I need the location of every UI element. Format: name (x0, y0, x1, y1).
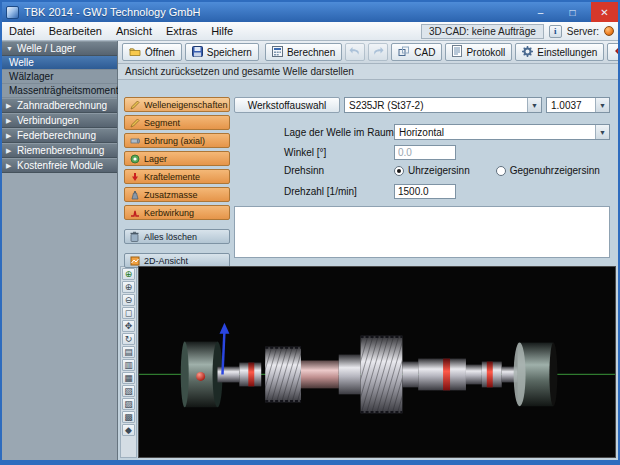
server-label: Server: (567, 26, 599, 37)
material-row: Werkstoffauswahl S235JR (St37-2) ▼ 1.003… (234, 97, 610, 113)
maximize-button[interactable]: □ (559, 2, 586, 22)
sidebar-item-massentraegheitsmoment[interactable]: Massenträgheitsmoment (2, 84, 117, 98)
undo-button[interactable] (345, 43, 365, 61)
server-status-icon (604, 26, 614, 36)
document-icon (452, 45, 462, 59)
position-select[interactable]: Horizontal ▼ (394, 124, 610, 140)
chevron-down-icon: ▼ (595, 98, 609, 112)
close-button[interactable]: ✕ (591, 2, 618, 22)
pencil-icon (129, 100, 140, 110)
lager-button[interactable]: Lager (124, 151, 230, 166)
sidebar-item-waelzlager[interactable]: Wälzlager (2, 70, 117, 84)
zoom-fit-icon[interactable]: ⊕ (122, 268, 135, 280)
menu-extras[interactable]: Extras (159, 24, 204, 38)
help-diamond-icon (614, 45, 620, 59)
werkstoffauswahl-button[interactable]: Werkstoffauswahl (234, 97, 340, 113)
chevron-right-icon: ▶ (6, 162, 13, 170)
angle-row: Winkel [°] (284, 145, 610, 160)
floppy-disk-icon (192, 46, 203, 59)
menu-bearbeiten[interactable]: Bearbeiten (42, 24, 109, 38)
sidebar-section-kostenfreie-module[interactable]: ▶ Kostenfreie Module (2, 158, 117, 173)
kraftelemente-button[interactable]: Kraftelemente (124, 169, 230, 184)
tools-column: Welleneigenschaften Segment Bohrung (axi… (124, 97, 230, 268)
rotation-label: Drehsinn (284, 165, 394, 176)
welleneigenschaften-button[interactable]: Welleneigenschaften (124, 97, 230, 112)
view-bottom-icon[interactable]: ▩ (122, 411, 135, 423)
force-arrow-icon (129, 172, 140, 182)
radio-uhrzeigersinn[interactable]: Uhrzeigersinn (394, 165, 470, 176)
app-window: TBK 2014 - GWJ Technology GmbH – □ ✕ Dat… (0, 0, 620, 465)
pencil-icon (129, 118, 140, 128)
menu-hilfe[interactable]: Hilfe (204, 24, 240, 38)
window-body: ▼ Welle / Lager Welle Wälzlager Massentr… (2, 41, 618, 460)
gear-icon (522, 46, 533, 59)
comment-box[interactable] (234, 206, 610, 258)
speed-row: Drehzahl [1/min] (284, 184, 610, 199)
bearing-icon (129, 154, 140, 164)
cylinder-icon (129, 136, 140, 146)
cad-button[interactable]: CAD (391, 43, 442, 61)
sidebar-section-zahnradberechnung[interactable]: ▶ Zahnradberechnung (2, 98, 117, 113)
notch-icon (129, 208, 140, 218)
material-select[interactable]: S235JR (St37-2) ▼ (344, 97, 542, 113)
open-button[interactable]: Öffnen (122, 43, 182, 61)
info-icon[interactable]: i (549, 25, 562, 38)
sidebar-section-riemenberechnung[interactable]: ▶ Riemenberechnung (2, 143, 117, 158)
chevron-right-icon: ▶ (6, 147, 13, 155)
segment-button[interactable]: Segment (124, 115, 230, 130)
angle-input[interactable] (394, 145, 456, 160)
sidebar-section-federberechnung[interactable]: ▶ Federberechnung (2, 128, 117, 143)
chevron-right-icon: ▶ (6, 117, 13, 125)
cad-status-badge: 3D-CAD: keine Aufträge (421, 24, 544, 39)
pan-icon[interactable]: ✥ (122, 320, 135, 332)
titlebar: TBK 2014 - GWJ Technology GmbH – □ ✕ (2, 2, 618, 22)
toolbar: Öffnen Speichern Berechnen (118, 41, 618, 64)
alles-loeschen-button[interactable]: Alles löschen (124, 229, 230, 244)
angle-label: Winkel [°] (284, 147, 394, 158)
kerbwirkung-button[interactable]: Kerbwirkung (124, 205, 230, 220)
zoom-in-icon[interactable]: ⊕ (122, 281, 135, 293)
help-button[interactable]: Hilfe (607, 43, 620, 61)
speed-input[interactable] (394, 184, 456, 199)
shaft-3d-canvas[interactable] (138, 266, 616, 458)
rotate-icon[interactable]: ↻ (122, 333, 135, 345)
window-title: TBK 2014 - GWJ Technology GmbH (24, 6, 200, 18)
protocol-button[interactable]: Protokoll (445, 43, 512, 61)
bohrung-axial-button[interactable]: Bohrung (axial) (124, 133, 230, 148)
cad-cube-icon (398, 46, 410, 59)
sidebar-item-welle[interactable]: Welle (2, 56, 117, 70)
view-right-icon[interactable]: ▧ (122, 385, 135, 397)
save-button[interactable]: Speichern (185, 43, 259, 61)
view-front-icon[interactable]: ▤ (122, 346, 135, 358)
view-back-icon[interactable]: ▥ (122, 359, 135, 371)
calculator-icon (272, 46, 283, 59)
chevron-down-icon: ▼ (6, 45, 13, 52)
settings-button[interactable]: Einstellungen (515, 43, 604, 61)
redo-button[interactable] (368, 43, 388, 61)
weight-icon (129, 190, 140, 200)
view-top-icon[interactable]: ▨ (122, 398, 135, 410)
radio-gegenuhrzeigersinn[interactable]: Gegenuhrzeigersinn (496, 165, 600, 176)
redo-icon (372, 46, 384, 58)
shaft-3d-model (139, 267, 615, 457)
chevron-down-icon: ▼ (527, 98, 541, 112)
chevron-right-icon: ▶ (6, 132, 13, 140)
position-label: Lage der Welle im Raum (284, 127, 394, 138)
menubar: Datei Bearbeiten Ansicht Extras Hilfe 3D… (2, 22, 618, 41)
calculate-button[interactable]: Berechnen (265, 43, 342, 61)
material-number-select[interactable]: 1.0037 ▼ (546, 97, 610, 113)
view-iso-icon[interactable]: ◆ (122, 424, 135, 436)
sidebar-section-verbindungen[interactable]: ▶ Verbindungen (2, 113, 117, 128)
zoom-out-icon[interactable]: ⊖ (122, 294, 135, 306)
zoom-window-icon[interactable]: ◻ (122, 307, 135, 319)
zusatzmasse-button[interactable]: Zusatzmasse (124, 187, 230, 202)
app-icon (6, 6, 19, 19)
position-row: Lage der Welle im Raum Horizontal ▼ (284, 124, 610, 140)
sidebar-section-welle-lager[interactable]: ▼ Welle / Lager (2, 41, 117, 56)
view-left-icon[interactable]: ▦ (122, 372, 135, 384)
minimize-button[interactable]: – (527, 2, 554, 22)
menu-datei[interactable]: Datei (2, 24, 42, 38)
menu-ansicht[interactable]: Ansicht (109, 24, 159, 38)
main-panel: Öffnen Speichern Berechnen (118, 41, 618, 460)
menubar-right: 3D-CAD: keine Aufträge i Server: (421, 24, 618, 39)
